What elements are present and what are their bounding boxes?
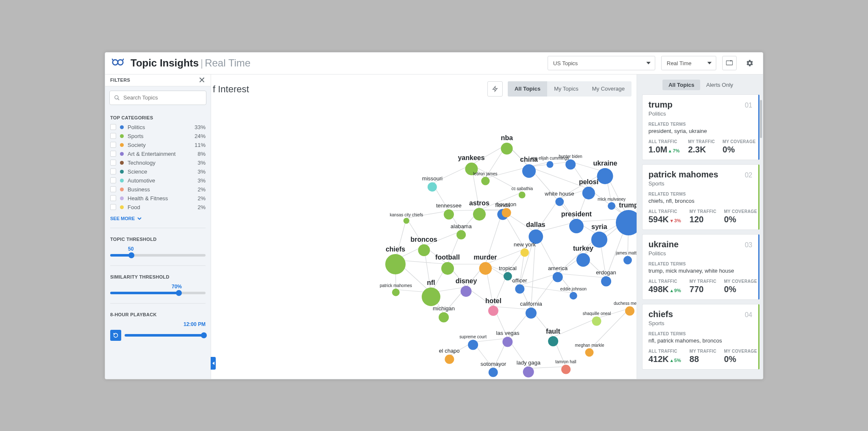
graph-node[interactable]: california [520, 300, 542, 318]
topic-card[interactable]: patrick mahomes02 Sports RELATED TERMS c… [642, 164, 760, 230]
graph-node[interactable]: eddie johnson [560, 286, 587, 299]
mode-select[interactable]: Real Time [661, 56, 716, 70]
graph-node[interactable]: tennessee [436, 202, 462, 219]
graph-node[interactable]: rep elijah cummings [531, 155, 569, 168]
bolt-icon[interactable] [487, 81, 503, 97]
gear-icon[interactable] [743, 56, 757, 70]
graph-node[interactable]: broncos [410, 236, 437, 256]
graph-node[interactable]: el chapo [439, 347, 459, 364]
category-row[interactable]: Politics33% [105, 123, 211, 132]
checkbox[interactable] [110, 151, 116, 157]
graph-node[interactable]: chiefs [385, 246, 406, 274]
graph-node[interactable]: football [435, 254, 460, 275]
graph-node[interactable]: america [548, 265, 568, 282]
graph-node[interactable]: dallas [526, 221, 545, 244]
graph-node[interactable]: astros [469, 199, 490, 221]
category-color-dot [120, 143, 124, 147]
node-circle [418, 244, 430, 256]
graph-node[interactable]: nba [501, 134, 513, 155]
graph-node[interactable]: michigan [433, 305, 455, 322]
category-row[interactable]: Health & Fitness2% [105, 194, 211, 203]
graph-node[interactable]: tropical [499, 265, 517, 280]
topic-card[interactable]: trump01 Politics RELATED TERMS president… [642, 94, 760, 160]
screen-icon[interactable] [722, 56, 737, 70]
graph-node[interactable]: lebron james [473, 171, 497, 185]
graph-node[interactable]: mick mulvaney [598, 196, 626, 210]
category-row[interactable]: Science3% [105, 167, 211, 176]
graph-node[interactable]: nfl [422, 279, 440, 306]
graph-node[interactable]: new york [514, 241, 536, 257]
graph-node[interactable]: turkey [573, 245, 593, 267]
coverage-value: 0% [724, 215, 757, 224]
graph-node[interactable]: hotel [485, 297, 501, 316]
checkbox[interactable] [110, 169, 116, 174]
checkbox[interactable] [110, 204, 116, 210]
category-row[interactable]: Art & Entertainment8% [105, 149, 211, 158]
graph-node[interactable]: meghan markle [575, 343, 604, 356]
graph-node[interactable]: fault [546, 328, 560, 346]
category-row[interactable]: Automotive3% [105, 176, 211, 185]
node-circle [504, 272, 512, 280]
graph-node[interactable]: cc sabathia [512, 186, 533, 198]
category-row[interactable]: Sports24% [105, 132, 211, 141]
topic-threshold-slider[interactable] [110, 253, 206, 258]
graph-node[interactable]: tamron hall [555, 359, 576, 374]
category-pct: 3% [198, 177, 206, 184]
playback-slider[interactable] [125, 333, 206, 338]
node-label: alabama [451, 223, 472, 229]
scrollbar[interactable] [760, 100, 762, 374]
graph-node[interactable]: pelosi [579, 178, 598, 199]
category-row[interactable]: Society11% [105, 141, 211, 149]
checkbox[interactable] [110, 177, 116, 183]
checkbox[interactable] [110, 160, 116, 166]
logo-icon [111, 58, 125, 68]
graph-node[interactable]: supreme court [459, 334, 487, 350]
graph-node[interactable]: shaquille oneal [583, 311, 611, 326]
graph-node[interactable]: white house [545, 190, 574, 206]
graph-node[interactable]: syria [591, 223, 607, 248]
graph-node[interactable]: murder [473, 254, 497, 275]
graph-node[interactable]: james mattis [616, 250, 640, 264]
category-pct: 24% [195, 133, 206, 139]
checkbox[interactable] [110, 142, 116, 148]
graph-node[interactable]: lady gaga [517, 359, 540, 377]
similarity-threshold-slider[interactable] [110, 290, 206, 296]
topic-scope-select[interactable]: US Topics [548, 56, 655, 70]
category-row[interactable]: Business2% [105, 185, 211, 194]
see-more-button[interactable]: SEE MORE [105, 212, 211, 225]
graph-node[interactable]: kansas city chiefs [390, 212, 423, 224]
node-label: el chapo [439, 347, 459, 354]
category-row[interactable]: Food2% [105, 203, 211, 212]
graph-node[interactable]: president [561, 210, 592, 233]
node-label: supreme court [459, 334, 487, 339]
graph-node[interactable]: erdogan [596, 269, 616, 286]
graph-node[interactable]: disney [456, 277, 477, 297]
playback-rewind-button[interactable] [110, 330, 121, 341]
search-input[interactable] [123, 94, 202, 101]
topic-graph[interactable]: trumppresidentukrainesyriapelosichinatur… [211, 100, 637, 379]
tab-all-topics[interactable]: All Topics [508, 81, 547, 97]
category-color-dot [120, 170, 124, 174]
node-label: james mattis [616, 250, 640, 255]
topic-card[interactable]: chiefs04 Sports RELATED TERMS nfl, patri… [642, 304, 760, 370]
tab-my-topics[interactable]: My Topics [547, 81, 585, 97]
category-row[interactable]: Technology3% [105, 158, 211, 167]
node-circle [520, 248, 529, 257]
checkbox[interactable] [110, 124, 116, 130]
graph-node[interactable]: patrick mahomes [380, 283, 412, 296]
graph-node[interactable]: missouri [422, 175, 442, 191]
tab-my-coverage[interactable]: My Coverage [585, 81, 632, 97]
side-tab-alerts-only[interactable]: Alerts Only [700, 80, 739, 90]
graph-node[interactable]: sotomayor [481, 360, 506, 377]
side-tab-all-topics[interactable]: All Topics [662, 80, 700, 90]
topic-card[interactable]: ukraine03 Politics RELATED TERMS trump, … [642, 234, 760, 300]
search-input-wrap[interactable] [109, 91, 206, 105]
checkbox[interactable] [110, 133, 116, 139]
checkbox[interactable] [110, 186, 116, 192]
playback-label: 8-HOUR PLAYBACK [105, 306, 211, 320]
graph-node[interactable]: houston [497, 201, 516, 217]
checkbox[interactable] [110, 195, 116, 201]
graph-node[interactable]: las vegas [496, 329, 520, 347]
graph-node[interactable]: alabama [451, 223, 472, 239]
close-icon[interactable]: ✕ [198, 76, 206, 84]
